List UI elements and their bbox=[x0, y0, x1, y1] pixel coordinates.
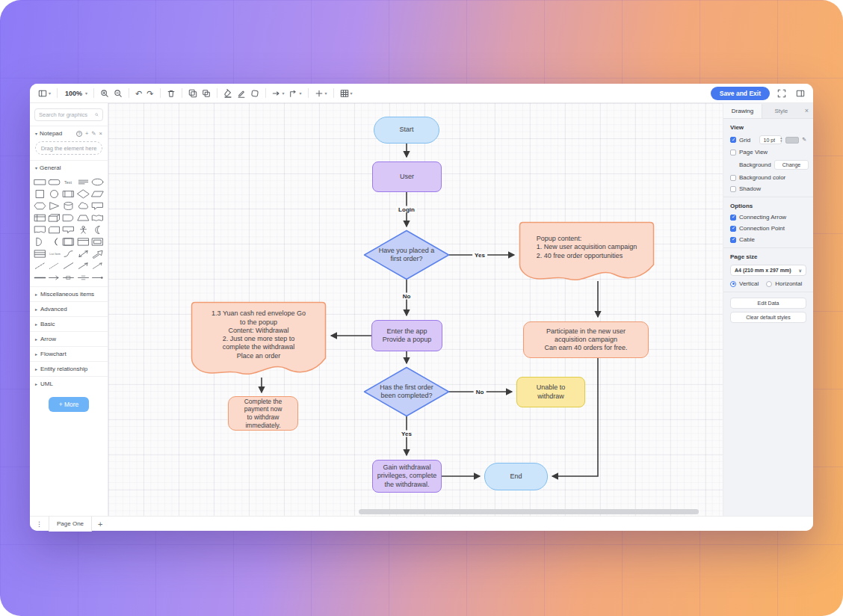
shape-actor[interactable] bbox=[76, 224, 90, 235]
copy-button[interactable] bbox=[186, 87, 200, 99]
arrow-style-button[interactable]: ▾ bbox=[270, 87, 287, 99]
shape-ellipse[interactable] bbox=[90, 176, 105, 188]
shape-dotted-line[interactable] bbox=[47, 260, 61, 271]
grid-color-swatch[interactable] bbox=[785, 137, 799, 144]
shape-line[interactable] bbox=[61, 260, 75, 271]
shape-half-circle[interactable] bbox=[33, 236, 47, 247]
fill-color-button[interactable] bbox=[221, 87, 235, 99]
page-size-select[interactable]: A4 (210 mm x 297 mm) ∨ bbox=[730, 265, 806, 276]
shape-cube[interactable] bbox=[47, 212, 61, 224]
add-icon[interactable]: + bbox=[85, 130, 88, 137]
shape-bold-line[interactable] bbox=[33, 272, 47, 283]
shape-line-label[interactable] bbox=[61, 272, 75, 283]
sidebar-toggle-button[interactable]: ▾ bbox=[36, 87, 53, 99]
tab-style[interactable]: Style bbox=[762, 104, 800, 118]
node-gain-withdrawal[interactable]: Gain withdrawal privileges, complete the… bbox=[372, 460, 442, 493]
pen-button[interactable] bbox=[235, 87, 248, 99]
horizontal-scrollbar[interactable] bbox=[359, 509, 699, 514]
diagram-canvas[interactable]: Start User Have you placed a first order… bbox=[108, 103, 723, 516]
panel-toggle-button[interactable] bbox=[794, 87, 807, 99]
table-button[interactable]: ▾ bbox=[338, 87, 355, 99]
node-unable-withdraw[interactable]: Unable to withdraw bbox=[516, 377, 585, 407]
node-complete-payment[interactable]: Complete the payment now to withdraw imm… bbox=[228, 396, 298, 431]
help-icon[interactable]: ? bbox=[76, 131, 82, 137]
shape-rounded-rectangle[interactable] bbox=[47, 176, 61, 188]
shape-trapezoid[interactable] bbox=[76, 212, 90, 224]
shape-wave[interactable] bbox=[90, 212, 105, 224]
shape-cloud[interactable] bbox=[76, 200, 90, 212]
shape-rectangle[interactable] bbox=[33, 176, 47, 188]
shape-double-arrow[interactable] bbox=[76, 248, 90, 259]
shape-internal-storage[interactable] bbox=[33, 212, 47, 224]
tab-drawing[interactable]: Drawing bbox=[723, 104, 762, 118]
shape-line-dot[interactable] bbox=[90, 272, 105, 283]
clear-default-styles-button[interactable]: Clear default styles bbox=[730, 312, 806, 323]
edit-color-icon[interactable]: ✎ bbox=[802, 137, 806, 143]
shape-list-item[interactable]: List Item bbox=[47, 248, 61, 259]
shape-diamond[interactable] bbox=[76, 188, 90, 200]
sidebar-section-advanced[interactable]: ▸Advanced bbox=[30, 301, 108, 316]
shape-card[interactable] bbox=[47, 224, 61, 235]
node-first-order-decision[interactable]: Have you placed a first order? bbox=[363, 230, 450, 280]
notepad-drop-zone[interactable]: Drag the element here bbox=[35, 141, 102, 155]
sidebar-section-basic[interactable]: ▸Basic bbox=[30, 316, 108, 331]
close-panel-icon[interactable]: × bbox=[800, 107, 813, 114]
undo-button[interactable]: ↶ bbox=[133, 87, 144, 99]
shape-dashed-line[interactable] bbox=[33, 260, 47, 271]
connection-point-checkbox[interactable] bbox=[730, 226, 736, 232]
shape-window[interactable] bbox=[76, 236, 90, 247]
shape-diagonal-arrow[interactable] bbox=[76, 260, 90, 271]
node-popup-content[interactable]: Popup content: 1. New user acquisition c… bbox=[519, 221, 655, 284]
shape-square[interactable] bbox=[33, 188, 47, 200]
connecting-arrow-checkbox[interactable] bbox=[730, 215, 736, 221]
save-and-exit-button[interactable]: Save and Exit bbox=[711, 87, 770, 100]
shape-curve[interactable] bbox=[61, 248, 75, 259]
shape-block-arrow[interactable] bbox=[90, 248, 105, 259]
node-end[interactable]: End bbox=[484, 463, 548, 490]
shape-document[interactable] bbox=[33, 224, 47, 235]
shape-circle[interactable] bbox=[47, 188, 61, 200]
sidebar-section-miscellaneous-items[interactable]: ▸Miscellaneous items bbox=[30, 286, 108, 301]
shape-triangle[interactable] bbox=[47, 200, 61, 212]
shape-parallelogram[interactable] bbox=[90, 188, 105, 200]
zoom-out-button[interactable] bbox=[111, 87, 125, 99]
page-menu-icon[interactable]: ⋮ bbox=[30, 520, 49, 528]
shape-container[interactable] bbox=[61, 236, 75, 247]
grid-size-input[interactable] bbox=[759, 135, 782, 144]
edit-data-button[interactable]: Edit Data bbox=[730, 298, 806, 309]
shape-delay[interactable] bbox=[61, 212, 75, 224]
node-participate-campaign[interactable]: Participate in the new user acquisition … bbox=[523, 321, 649, 358]
zoom-level-dropdown[interactable]: 100% ▾ bbox=[61, 88, 90, 99]
connector-style-button[interactable]: ▾ bbox=[287, 87, 304, 99]
vertical-radio[interactable] bbox=[730, 281, 736, 287]
node-start[interactable]: Start bbox=[374, 117, 439, 144]
more-shapes-button[interactable]: + More bbox=[49, 397, 90, 412]
shape-arrow-line[interactable] bbox=[90, 260, 105, 271]
shape-style-button[interactable] bbox=[248, 87, 262, 99]
sidebar-section-uml[interactable]: ▸UML bbox=[30, 376, 108, 391]
sidebar-section-arrow[interactable]: ▸Arrow bbox=[30, 331, 108, 346]
close-icon[interactable]: × bbox=[99, 130, 102, 137]
cable-checkbox[interactable] bbox=[730, 237, 736, 243]
grid-size-stepper[interactable]: ▲▼ bbox=[779, 137, 782, 143]
shape-heading[interactable] bbox=[76, 176, 90, 188]
notepad-section-header[interactable]: ▾ Notepad ? + ✎ × bbox=[30, 126, 108, 141]
horizontal-radio[interactable] bbox=[766, 281, 772, 287]
fullscreen-button[interactable] bbox=[775, 87, 788, 99]
edit-icon[interactable]: ✎ bbox=[91, 130, 96, 137]
background-color-checkbox[interactable] bbox=[730, 175, 736, 181]
redo-button[interactable]: ↷ bbox=[144, 87, 155, 99]
sidebar-section-flowchart[interactable]: ▸Flowchart bbox=[30, 346, 108, 361]
page-view-checkbox[interactable] bbox=[730, 150, 736, 155]
zoom-in-button[interactable] bbox=[98, 87, 111, 99]
shape-crescent[interactable] bbox=[90, 224, 105, 235]
shadow-checkbox[interactable] bbox=[730, 186, 736, 192]
shape-line-label-alt[interactable] bbox=[76, 272, 90, 283]
search-input[interactable] bbox=[39, 111, 93, 118]
shape-callout[interactable] bbox=[90, 200, 105, 212]
shape-arc[interactable] bbox=[47, 236, 61, 247]
add-page-button[interactable]: + bbox=[92, 520, 108, 529]
grid-checkbox[interactable] bbox=[730, 137, 736, 143]
page-tab[interactable]: Page One bbox=[49, 517, 92, 532]
node-order-completed-decision[interactable]: Has the first order been completed? bbox=[363, 366, 450, 417]
